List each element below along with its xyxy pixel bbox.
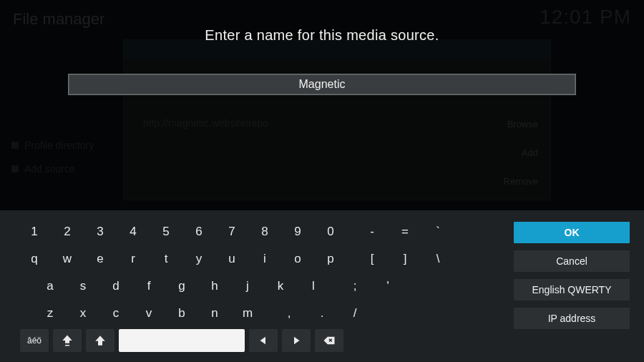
key-n[interactable]: n [200, 302, 229, 325]
key-x[interactable]: x [69, 302, 97, 325]
key-minus[interactable]: - [358, 220, 386, 243]
shift-icon [94, 334, 107, 347]
key-e[interactable]: e [86, 248, 114, 270]
key-9[interactable]: 9 [283, 220, 312, 243]
caps-lock-icon [61, 334, 74, 347]
key-cursor-left[interactable] [249, 329, 278, 352]
key-0[interactable]: 0 [316, 220, 345, 243]
key-c[interactable]: c [102, 302, 130, 325]
key-a[interactable]: a [36, 275, 64, 298]
caret-left-icon [257, 334, 270, 347]
key-row-5: âéö [20, 329, 497, 352]
key-r[interactable]: r [119, 248, 147, 270]
keyboard-side-buttons: OK Cancel English QWERTY IP address [514, 220, 630, 352]
caret-right-icon [290, 334, 303, 347]
key-period[interactable]: . [308, 302, 336, 325]
input-dialog: Enter a name for this media source. [0, 0, 644, 210]
key-p[interactable]: p [316, 248, 345, 270]
key-w[interactable]: w [53, 248, 82, 270]
key-1[interactable]: 1 [20, 220, 49, 243]
key-y[interactable]: y [185, 248, 213, 270]
layout-button[interactable]: English QWERTY [514, 279, 630, 300]
key-z[interactable]: z [36, 302, 64, 325]
key-bracket-open[interactable]: [ [358, 248, 386, 270]
key-slash[interactable]: / [341, 302, 369, 325]
key-i[interactable]: i [250, 248, 279, 270]
key-equals[interactable]: = [391, 220, 419, 243]
key-s[interactable]: s [69, 275, 97, 298]
key-row-2: q w e r t y u i o p [ ] \ [20, 248, 497, 270]
key-row-4: z x c v b n m , . / [36, 302, 497, 325]
key-2[interactable]: 2 [53, 220, 82, 243]
key-d[interactable]: d [102, 275, 130, 298]
on-screen-keyboard: 1 2 3 4 5 6 7 8 9 0 - = ` q w e r t y u … [0, 210, 644, 362]
key-j[interactable]: j [233, 275, 262, 298]
key-row-3: a s d f g h j k l ; ' [36, 275, 497, 298]
ok-button[interactable]: OK [514, 222, 630, 243]
key-apostrophe[interactable]: ' [374, 275, 402, 298]
key-k[interactable]: k [266, 275, 295, 298]
cancel-button[interactable]: Cancel [514, 250, 630, 272]
key-5[interactable]: 5 [152, 220, 180, 243]
key-shift[interactable] [86, 329, 114, 352]
key-cursor-right[interactable] [282, 329, 311, 352]
key-backspace[interactable] [315, 329, 343, 352]
key-semicolon[interactable]: ; [341, 275, 369, 298]
key-v[interactable]: v [135, 302, 163, 325]
key-grid: 1 2 3 4 5 6 7 8 9 0 - = ` q w e r t y u … [14, 220, 497, 352]
key-bracket-close[interactable]: ] [391, 248, 419, 270]
key-comma[interactable]: , [275, 302, 303, 325]
key-8[interactable]: 8 [250, 220, 279, 243]
key-u[interactable]: u [218, 248, 246, 270]
key-3[interactable]: 3 [86, 220, 114, 243]
key-backtick[interactable]: ` [424, 220, 452, 243]
key-space[interactable] [119, 329, 245, 352]
key-4[interactable]: 4 [119, 220, 147, 243]
key-h[interactable]: h [200, 275, 229, 298]
key-b[interactable]: b [167, 302, 196, 325]
dialog-prompt: Enter a name for this media source. [205, 27, 439, 44]
key-l[interactable]: l [299, 275, 328, 298]
key-f[interactable]: f [135, 275, 163, 298]
backspace-icon [323, 334, 336, 347]
key-m[interactable]: m [233, 302, 262, 325]
media-source-name-input[interactable] [68, 74, 576, 95]
key-7[interactable]: 7 [218, 220, 246, 243]
key-6[interactable]: 6 [185, 220, 213, 243]
key-row-1: 1 2 3 4 5 6 7 8 9 0 - = ` [20, 220, 497, 243]
ip-address-button[interactable]: IP address [514, 308, 630, 329]
key-t[interactable]: t [152, 248, 180, 270]
key-g[interactable]: g [167, 275, 196, 298]
key-accents[interactable]: âéö [20, 329, 49, 352]
key-q[interactable]: q [20, 248, 49, 270]
key-o[interactable]: o [283, 248, 312, 270]
key-caps-lock[interactable] [53, 329, 82, 352]
key-backslash[interactable]: \ [424, 248, 452, 270]
